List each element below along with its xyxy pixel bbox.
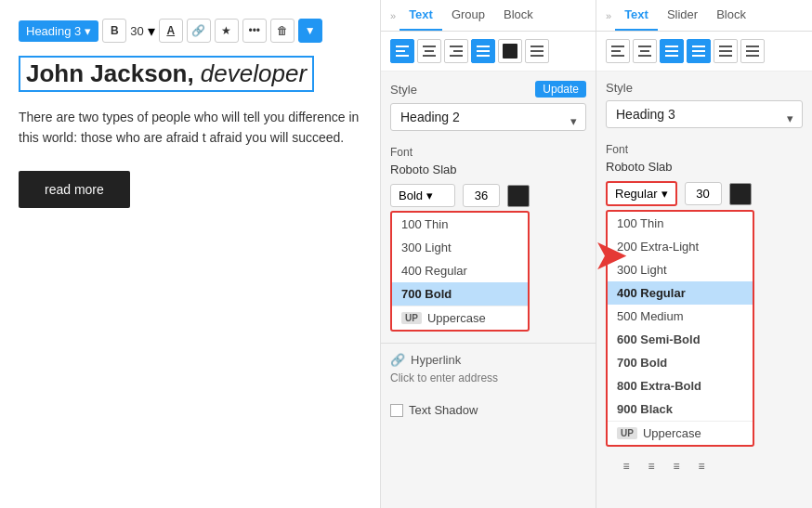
svg-rect-4	[425, 50, 434, 52]
weight-button-right[interactable]: Regular ▾	[606, 181, 677, 206]
underline-button[interactable]: A	[159, 19, 183, 43]
hyperlink-row: 🔗 Hyperlink	[390, 353, 586, 367]
svg-rect-16	[611, 50, 621, 52]
heading-element: John Jackson, developer	[19, 56, 314, 92]
svg-rect-8	[450, 55, 463, 57]
read-more-button[interactable]: read more	[19, 171, 130, 208]
weight-chevron-middle: ▾	[426, 189, 433, 202]
svg-rect-28	[719, 50, 732, 52]
list-icon-3[interactable]: ≡	[665, 456, 688, 476]
svg-rect-7	[453, 50, 463, 52]
star-button[interactable]: ★	[215, 19, 239, 43]
font-size-display: 30	[130, 24, 143, 38]
font-name-middle: Roboto Slab	[390, 163, 586, 176]
style-section-middle: Style Update Heading 2 Font Roboto Slab …	[381, 72, 596, 343]
svg-rect-26	[692, 55, 705, 57]
body-text: There are two types of people who will t…	[19, 107, 361, 149]
hyperlink-icon: 🔗	[390, 353, 405, 367]
font-size-field-middle[interactable]	[463, 184, 500, 207]
align-left-right[interactable]	[606, 39, 630, 63]
svg-rect-0	[396, 46, 409, 47]
svg-rect-17	[611, 55, 624, 57]
svg-rect-2	[396, 55, 409, 57]
weight-option-900-right[interactable]: 900 Black	[608, 397, 753, 421]
tab-slider[interactable]: Slider	[658, 0, 707, 31]
svg-rect-29	[719, 55, 732, 57]
style-select-middle[interactable]: Heading 2	[390, 103, 586, 131]
weight-option-600-right[interactable]: 600 Semi-Bold	[608, 328, 753, 351]
link-button[interactable]: 🔗	[187, 19, 211, 43]
heading-italic-part: developer	[194, 59, 307, 87]
icon-row-right: ≡ ≡ ≡ ≡	[606, 450, 803, 482]
weight-option-400-middle[interactable]: 400 Regular	[392, 259, 528, 282]
weight-option-100-right[interactable]: 100 Thin	[608, 212, 753, 235]
weight-option-100-middle[interactable]: 100 Thin	[392, 213, 528, 236]
weight-dropdown-list-middle: 100 Thin 300 Light 400 Regular 700 Bold …	[390, 211, 530, 332]
weight-option-300-right[interactable]: 300 Light	[608, 258, 753, 281]
weight-option-700-right[interactable]: 700 Bold	[608, 351, 753, 374]
weight-option-200-right[interactable]: 200 Extra-Light	[608, 235, 753, 258]
align-justify2-right[interactable]	[687, 39, 711, 63]
uppercase-option-middle[interactable]: UP Uppercase	[392, 306, 528, 330]
weight-option-800-right[interactable]: 800 Extra-Bold	[608, 374, 753, 397]
star-icon: ★	[221, 24, 231, 37]
heading-bold-part: John Jackson,	[26, 59, 194, 87]
svg-rect-30	[746, 46, 759, 47]
weight-size-row-right: Regular ▾	[606, 181, 803, 206]
tab-block-right[interactable]: Block	[707, 0, 755, 31]
align-left-btn[interactable]	[390, 39, 414, 63]
svg-rect-25	[692, 50, 705, 52]
svg-rect-22	[665, 50, 678, 52]
more-button[interactable]: •••	[242, 19, 267, 43]
list-icon-2[interactable]: ≡	[640, 456, 662, 476]
uppercase-option-right[interactable]: UP Uppercase	[608, 421, 753, 445]
font-size-field-right[interactable]	[685, 182, 722, 205]
svg-rect-13	[530, 50, 544, 52]
align-extra-right[interactable]	[740, 39, 765, 63]
tab-text-middle[interactable]: Text	[399, 0, 442, 31]
middle-panel: » Text Group Block	[381, 0, 596, 508]
align-center-btn[interactable]	[417, 39, 441, 63]
align-col-right[interactable]	[714, 39, 738, 63]
underline-icon: A	[166, 24, 175, 37]
align-extra-btn[interactable]	[525, 39, 549, 63]
style-select-wrapper-middle: Heading 2	[390, 103, 586, 138]
bold-button[interactable]: B	[102, 19, 126, 43]
delete-button[interactable]: 🗑	[270, 19, 295, 43]
weight-option-400-right[interactable]: 400 Regular	[608, 281, 753, 305]
hyperlink-input[interactable]	[390, 371, 530, 384]
align-justify-btn[interactable]	[471, 39, 495, 63]
heading-dropdown[interactable]: Heading 3 ▾	[19, 20, 98, 42]
align-justify-right[interactable]	[660, 39, 684, 63]
text-shadow-label: Text Shadow	[409, 403, 478, 417]
list-icon-4[interactable]: ≡	[690, 456, 713, 476]
svg-rect-20	[638, 55, 651, 57]
text-shadow-checkbox[interactable]	[390, 404, 403, 417]
tab-block-middle[interactable]: Block	[494, 0, 543, 31]
align-row-right	[596, 32, 812, 72]
svg-rect-1	[396, 50, 405, 52]
weight-option-700-middle[interactable]: 700 Bold	[392, 282, 528, 306]
svg-rect-23	[665, 55, 678, 57]
update-button[interactable]: Update	[535, 81, 586, 98]
style-select-right[interactable]: Heading 3	[606, 100, 803, 128]
align-right-btn[interactable]	[444, 39, 468, 63]
font-label-right: Font	[606, 143, 803, 156]
toolbar: Heading 3 ▾ B 30 ▾ A 🔗 ★ ••• 🗑 ▼	[19, 19, 361, 43]
list-icon-1[interactable]: ≡	[615, 456, 637, 476]
weight-option-300-middle[interactable]: 300 Light	[392, 236, 528, 259]
weight-button-middle[interactable]: Bold ▾	[390, 184, 455, 207]
weight-option-500-right[interactable]: 500 Medium	[608, 305, 753, 328]
weight-chevron-right: ▾	[661, 187, 668, 201]
move-down-button[interactable]: ▼	[298, 19, 322, 43]
svg-rect-11	[477, 55, 490, 57]
text-shadow-row: Text Shadow	[381, 394, 596, 426]
align-center-right[interactable]	[633, 39, 657, 63]
hyperlink-section: 🔗 Hyperlink	[381, 343, 596, 394]
link-icon: 🔗	[191, 24, 205, 37]
tab-text-right[interactable]: Text	[615, 0, 658, 31]
tab-group[interactable]: Group	[442, 0, 494, 31]
color-box-right[interactable]	[729, 183, 752, 205]
color-box-middle[interactable]	[507, 185, 530, 207]
align-col-btn[interactable]	[498, 39, 522, 63]
